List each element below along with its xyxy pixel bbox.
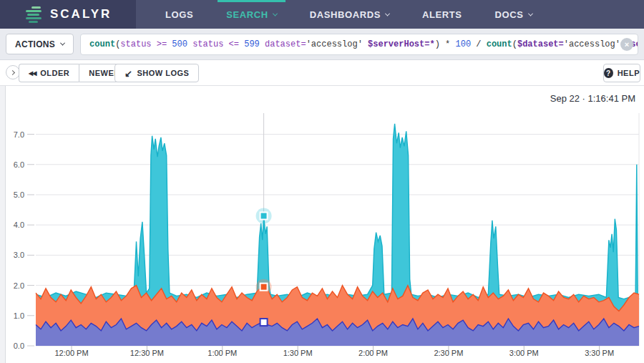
y-axis-label: 4.0 [6,221,24,229]
query-token: = [301,39,306,49]
y-axis-label: 7.0 [6,130,24,139]
query-token: status [192,39,223,49]
x-axis-label: 2:00 PM [358,349,388,357]
query-token: status [120,39,151,49]
search-query-input[interactable]: count(status >= 500 status <= 599 datase… [80,34,638,55]
crosshair-marker[interactable] [260,284,268,291]
time-series-chart[interactable] [0,86,644,363]
actions-button-label: ACTIONS [15,39,55,49]
x-axis-label: 3:30 PM [585,349,614,357]
crosshair-marker[interactable] [260,213,268,220]
x-axis-label: 1:00 PM [208,349,237,357]
x-axis-label: 12:30 PM [130,349,164,357]
chevron-down-icon [527,11,532,16]
query-token [260,39,265,49]
series-cyan-line [36,124,639,299]
nav-item-label: DOCS [495,9,524,20]
query-token: 100 [456,39,472,49]
y-axis-label: 2.0 [6,281,24,290]
brand-name: SCALYR [50,7,112,21]
x-axis-label: 3:00 PM [509,349,539,357]
nav-item-label: DASHBOARDS [310,9,381,20]
crosshair-marker[interactable] [260,319,268,326]
rewind-icon: ◀◀ [29,70,36,77]
help-button[interactable]: ? HELP [603,64,640,82]
query-token [363,39,368,49]
query-token: >= [152,39,172,49]
y-axis-label: 1.0 [6,311,24,320]
close-icon: × [625,40,629,49]
clear-search-button[interactable]: × [620,38,633,51]
y-axis-label: 5.0 [6,190,24,199]
nav-item-label: LOGS [165,9,193,20]
older-button[interactable]: ◀◀ OLDER [19,64,79,82]
chevron-down-icon [385,11,390,16]
query-token: dataset [265,39,301,49]
x-axis-label: 1:30 PM [283,349,313,357]
query-token: 'accesslog' [306,39,363,49]
nav-item-docs[interactable]: DOCS [487,0,541,29]
nav-item-label: ALERTS [422,9,462,20]
nav-item-logs[interactable]: LOGS [157,0,202,29]
query-token: ( [512,39,517,49]
query-token: count [89,39,115,49]
older-button-label: OLDER [40,69,69,77]
query-token: / [471,39,487,49]
sidebar-expand-button[interactable] [6,65,20,79]
query-token: 'accesslog' [564,39,620,49]
help-button-label: HELP [618,69,640,77]
actions-button[interactable]: ACTIONS [6,34,74,54]
brand-logo[interactable]: SCALYR [0,0,136,29]
chart-timestamp: Sep 22 · 1:16:41 PM [550,93,635,104]
show-logs-label: SHOW LOGS [137,69,189,77]
nav-item-label: SEARCH [226,9,268,20]
y-axis-label: 3.0 [6,251,24,259]
query-token: * [440,39,456,49]
x-axis-label: 12:00 PM [54,349,88,357]
nav-item-dashboards[interactable]: DASHBOARDS [301,0,398,29]
top-nav: SCALYR LOGSSEARCHDASHBOARDSALERTSDOCS [0,0,644,29]
query-text: count(status >= 500 status <= 599 datase… [89,39,638,49]
query-token: =* [424,39,434,49]
query-token: = [559,39,564,49]
chart-pane: Sep 22 · 1:16:41 PM 0.01.02.03.04.05.06.… [0,86,644,363]
scalyr-logo-icon [26,6,43,23]
chevron-right-icon [10,69,15,74]
y-axis-label: 0.0 [6,342,24,350]
scalyr-app: SCALYR LOGSSEARCHDASHBOARDSALERTSDOCS AC… [0,0,644,363]
chevron-down-icon [273,11,278,16]
query-token: 500 [172,39,187,49]
show-logs-button[interactable]: ↙ SHOW LOGS [114,64,199,82]
help-icon: ? [604,68,613,78]
query-token: $dataset [517,39,559,49]
search-bar: ACTIONS count(status >= 500 status <= 59… [0,29,644,60]
query-token: $serverHost [368,39,424,49]
query-token: ) [435,39,440,49]
chevron-down-icon [60,41,65,46]
nav-items: LOGSSEARCHDASHBOARDSALERTSDOCS [149,0,549,29]
arrow-down-left-icon: ↙ [125,68,132,79]
x-axis-label: 2:30 PM [434,349,463,357]
nav-item-search[interactable]: SEARCH [218,0,286,29]
query-token: count [487,39,512,49]
query-token: <= [223,39,244,49]
query-token: 599 [244,39,260,49]
nav-item-alerts[interactable]: ALERTS [414,0,471,29]
y-axis-label: 6.0 [6,160,24,169]
chart-toolbar: ◀◀ OLDER NEWER ▶▶ ↙ SHOW LOGS ? HELP [0,60,644,86]
